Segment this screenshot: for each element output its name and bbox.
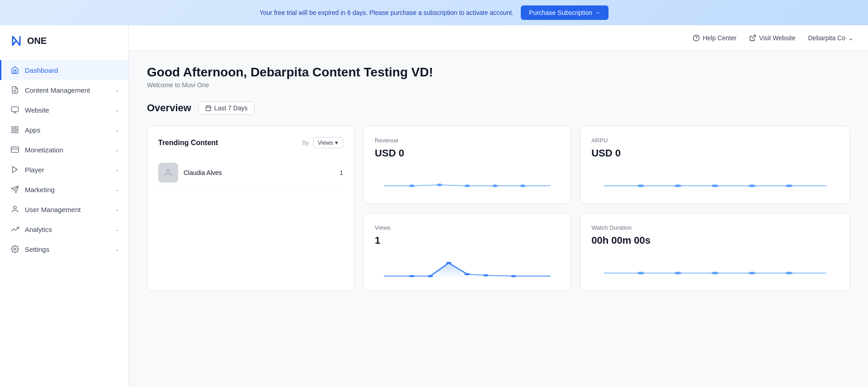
svg-point-36 — [428, 275, 433, 277]
svg-point-25 — [464, 184, 470, 187]
help-center-button[interactable]: Help Center — [693, 34, 736, 42]
svg-point-30 — [711, 184, 718, 187]
sidebar-item-label: Website — [25, 106, 49, 114]
watch-duration-label: Watch Duration — [591, 224, 839, 231]
trending-title: Trending Content — [158, 139, 218, 147]
views-chart — [375, 257, 560, 280]
views-dropdown-label: Views — [318, 139, 333, 146]
chevron-down-icon: ⌄ — [115, 127, 119, 133]
logo-text: ONE — [27, 36, 47, 46]
svg-point-33 — [167, 170, 170, 173]
home-icon — [10, 66, 19, 75]
arpu-card: ARPU USD 0 — [580, 126, 850, 204]
calendar-icon — [205, 105, 212, 111]
grid-icon — [10, 125, 19, 134]
trending-by: By Views ▾ — [302, 137, 343, 148]
chevron-down-icon: ⌄ — [115, 186, 119, 193]
arpu-chart — [591, 170, 839, 193]
sidebar-item-dashboard[interactable]: Dashboard — [0, 60, 128, 80]
svg-point-28 — [637, 184, 644, 187]
watch-duration-chart — [591, 257, 839, 280]
trending-item-count: 1 — [340, 169, 343, 176]
views-card: Views 1 — [363, 213, 571, 291]
monitor-icon — [10, 105, 19, 114]
help-center-label: Help Center — [703, 34, 736, 42]
sidebar-item-label: Analytics — [25, 226, 52, 233]
svg-point-26 — [492, 184, 498, 187]
svg-point-24 — [437, 184, 442, 186]
trending-icon — [10, 225, 19, 234]
svg-point-43 — [711, 272, 718, 274]
chevron-down-icon: ⌄ — [115, 166, 119, 173]
trending-item-name: Claudia Alves — [184, 169, 334, 176]
external-link-icon — [749, 34, 756, 42]
svg-point-41 — [637, 272, 644, 274]
svg-line-18 — [752, 35, 755, 38]
revenue-value: USD 0 — [375, 147, 560, 159]
sidebar-item-label: Content Management — [25, 86, 90, 94]
trending-header: Trending Content By Views ▾ — [158, 137, 343, 148]
logo-icon — [9, 33, 24, 48]
svg-rect-5 — [12, 127, 14, 129]
svg-point-42 — [674, 272, 681, 274]
person-icon — [164, 168, 173, 177]
user-menu[interactable]: Debarpita Co ⌄ — [808, 34, 854, 42]
user-name: Debarpita Co — [808, 34, 846, 42]
svg-rect-9 — [11, 147, 19, 152]
revenue-label: Revenue — [375, 137, 560, 144]
svg-marker-34 — [384, 263, 551, 278]
svg-point-31 — [748, 184, 755, 187]
logo-area: ONE — [0, 25, 128, 57]
views-value: 1 — [375, 235, 560, 246]
svg-rect-2 — [12, 107, 19, 112]
sidebar-item-player[interactable]: Player ⌄ — [0, 160, 128, 179]
sidebar-item-settings[interactable]: Settings ⌄ — [0, 239, 128, 259]
svg-point-15 — [14, 248, 16, 250]
sidebar-item-label: User Management — [25, 206, 80, 213]
arpu-value: USD 0 — [591, 147, 839, 159]
sidebar-item-content-management[interactable]: Content Management ⌄ — [0, 80, 128, 100]
sidebar-item-analytics[interactable]: Analytics ⌄ — [0, 219, 128, 239]
chevron-down-icon: ⌄ — [115, 206, 119, 212]
svg-point-37 — [446, 262, 452, 264]
sidebar-item-monetization[interactable]: Monetization ⌄ — [0, 140, 128, 160]
watch-duration-value: 00h 00m 00s — [591, 235, 839, 246]
send-icon — [10, 185, 19, 194]
play-icon — [10, 165, 19, 174]
cards-grid: Revenue USD 0 — [147, 126, 850, 291]
avatar — [158, 163, 178, 183]
sidebar: ONE Dashboard — [0, 25, 129, 387]
overview-title: Overview — [147, 102, 191, 114]
revenue-chart — [375, 170, 560, 193]
sidebar-item-user-management[interactable]: User Management ⌄ — [0, 199, 128, 219]
visit-website-label: Visit Website — [759, 34, 795, 42]
svg-point-32 — [785, 184, 793, 187]
sidebar-item-marketing[interactable]: Marketing ⌄ — [0, 179, 128, 199]
date-filter-button[interactable]: Last 7 Days — [198, 101, 255, 115]
svg-point-40 — [511, 275, 516, 277]
purchase-subscription-button[interactable]: Purchase Subscription → — [521, 5, 609, 20]
sidebar-nav: Dashboard Content Management ⌄ — [0, 57, 128, 263]
sidebar-item-label: Monetization — [25, 146, 63, 154]
sidebar-item-label: Settings — [25, 245, 49, 253]
svg-point-29 — [674, 184, 681, 187]
sidebar-item-label: Marketing — [25, 186, 55, 194]
views-dropdown[interactable]: Views ▾ — [313, 137, 343, 148]
svg-point-23 — [409, 184, 415, 187]
svg-point-38 — [464, 273, 470, 275]
settings-icon — [10, 245, 19, 254]
sidebar-item-website[interactable]: Website ⌄ — [0, 100, 128, 120]
chevron-down-icon: ⌄ — [115, 87, 119, 93]
sidebar-item-apps[interactable]: Apps ⌄ — [0, 120, 128, 140]
svg-rect-6 — [16, 127, 18, 129]
chevron-down-icon: ⌄ — [115, 146, 119, 153]
overview-header: Overview Last 7 Days — [147, 101, 850, 115]
svg-rect-8 — [16, 131, 18, 133]
visit-website-button[interactable]: Visit Website — [749, 34, 795, 42]
user-chevron-icon: ⌄ — [848, 34, 854, 42]
svg-point-45 — [785, 272, 793, 274]
trial-banner: Your free trial will be expired in 6 day… — [0, 0, 868, 25]
creditcard-icon — [10, 145, 19, 154]
sidebar-item-label: Apps — [25, 126, 40, 134]
main-content: Good Afternoon, Debarpita Content Testin… — [129, 51, 868, 387]
